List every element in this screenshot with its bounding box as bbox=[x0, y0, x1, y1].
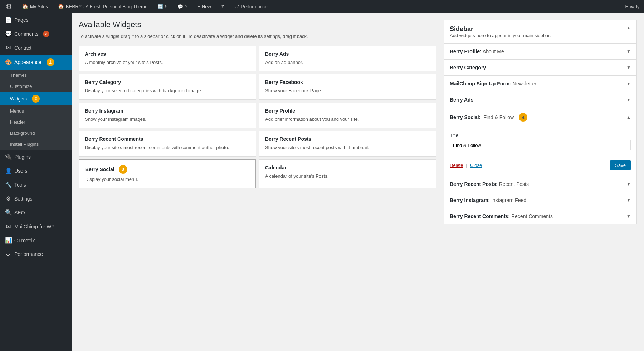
widget-name-berry-instagram: Berry Instagram bbox=[85, 108, 250, 114]
sidebar-item-gtmetrix[interactable]: 📊 GTmetrix bbox=[0, 233, 72, 247]
widget-card-berry-social[interactable]: Berry Social 3 Display your social menu. bbox=[79, 159, 256, 189]
sidebar-label-background: Background bbox=[10, 130, 35, 136]
pages-icon: 📄 bbox=[5, 16, 11, 23]
widget-card-archives[interactable]: Archives A monthly archive of your site'… bbox=[79, 46, 256, 71]
users-icon: 👤 bbox=[5, 167, 11, 174]
admin-bar: ⚙ 🏠 My Sites 🏠 BERRY - A Fresh Personal … bbox=[0, 0, 644, 13]
widget-expanded-body-berry-social: Title: bbox=[444, 127, 636, 160]
sidebar-item-mailchimp[interactable]: ✉ MailChimp for WP bbox=[0, 219, 72, 233]
sidebar-item-users[interactable]: 👤 Users bbox=[0, 164, 72, 178]
sidebar-item-settings[interactable]: ⚙ Settings bbox=[0, 192, 72, 206]
widget-row-berry-category[interactable]: Berry Category ▼ bbox=[444, 60, 637, 76]
sidebar-item-install-plugins[interactable]: Install Plugins bbox=[0, 139, 72, 150]
sidebar-item-themes[interactable]: Themes bbox=[0, 70, 72, 81]
widget-expanded-berry-social: Berry Social: Find & Follow 4 ▲ Title: D… bbox=[444, 108, 637, 176]
widget-desc-berry-instagram: Show your Instagram images. bbox=[85, 116, 250, 123]
widget-row-berry-recent-comments[interactable]: Berry Recent Comments: Recent Comments ▼ bbox=[444, 208, 637, 224]
sidebar-item-contact[interactable]: ✉ Contact bbox=[0, 41, 72, 55]
sidebar-item-tools[interactable]: 🔧 Tools bbox=[0, 178, 72, 192]
sidebar-item-appearance[interactable]: 🎨 Appearance 1 bbox=[0, 55, 72, 70]
widget-card-berry-recent-posts[interactable]: Berry Recent Posts Show your site's most… bbox=[259, 131, 436, 157]
wp-logo[interactable]: ⚙ bbox=[4, 0, 14, 13]
widget-row-berry-instagram[interactable]: Berry Instagram: Instagram Feed ▼ bbox=[444, 192, 637, 208]
main-content: Available Widgets To activate a widget d… bbox=[72, 13, 644, 351]
widget-name-berry-recent-comments: Berry Recent Comments bbox=[85, 136, 250, 142]
sidebar-item-customize[interactable]: Customize bbox=[0, 81, 72, 92]
sidebar-label-contact: Contact bbox=[14, 45, 31, 51]
widget-expanded-header-berry-social[interactable]: Berry Social: Find & Follow 4 ▲ bbox=[444, 108, 636, 127]
contact-icon: ✉ bbox=[5, 44, 11, 51]
sidebar-item-header[interactable]: Header bbox=[0, 117, 72, 128]
appearance-submenu: Themes Customize Widgets 2 Menus Header … bbox=[0, 70, 72, 150]
delete-link[interactable]: Delete bbox=[450, 163, 463, 168]
widget-row-berry-profile[interactable]: Berry Profile: About Me ▼ bbox=[444, 44, 637, 60]
sidebar-item-comments[interactable]: 💬 Comments 2 bbox=[0, 27, 72, 41]
widget-grid: Archives A monthly archive of your site'… bbox=[79, 46, 436, 189]
widget-name-berry-social: Berry Social 3 bbox=[85, 165, 250, 174]
sidebar-item-widgets[interactable]: Widgets 2 bbox=[0, 92, 72, 105]
widget-row-label-mailchimp: MailChimp Sign-Up Form: Newsletter bbox=[450, 81, 536, 86]
comments-count: 2 bbox=[185, 4, 187, 9]
new-content-button[interactable]: + New bbox=[196, 0, 213, 13]
sidebar-item-plugins[interactable]: 🔌 Plugins bbox=[0, 150, 72, 164]
sidebar-widgets-title: Sidebar bbox=[450, 25, 551, 33]
mailchimp-icon: ✉ bbox=[5, 223, 11, 230]
widget-row-label-berry-ads: Berry Ads bbox=[450, 97, 473, 103]
sidebar-label-header: Header bbox=[10, 119, 25, 125]
sidebar-chevron-up-icon: ▲ bbox=[626, 25, 631, 30]
sidebar-label-themes: Themes bbox=[10, 73, 27, 78]
sidebar-label-appearance: Appearance bbox=[14, 59, 42, 65]
comments-sidebar-icon: 💬 bbox=[5, 30, 11, 37]
admin-sidebar: 📄 Pages 💬 Comments 2 ✉ Contact 🎨 Appeara… bbox=[0, 13, 72, 351]
widget-desc-berry-profile: Add brief information about you and your… bbox=[265, 116, 430, 123]
widget-desc-berry-recent-posts: Show your site's most recent posts with … bbox=[265, 144, 430, 151]
comments-badge: 2 bbox=[43, 31, 49, 37]
save-button[interactable]: Save bbox=[610, 160, 631, 170]
widget-expanded-footer-berry-social: Delete | Close Save bbox=[444, 160, 636, 176]
sidebar-item-performance[interactable]: 🛡 Performance bbox=[0, 247, 72, 261]
widget-row-mailchimp[interactable]: MailChimp Sign-Up Form: Newsletter ▼ bbox=[444, 76, 637, 92]
widget-card-berry-category[interactable]: Berry Category Display your selected cat… bbox=[79, 74, 256, 100]
sidebar-item-background[interactable]: Background bbox=[0, 128, 72, 139]
widget-name-berry-recent-posts: Berry Recent Posts bbox=[265, 136, 430, 142]
widget-card-berry-ads[interactable]: Berry Ads Add an ad banner. bbox=[259, 46, 436, 71]
settings-icon: ⚙ bbox=[5, 195, 11, 202]
widget-row-label-berry-instagram: Berry Instagram: Instagram Feed bbox=[450, 197, 526, 203]
sidebar-widgets-description: Add widgets here to appear in your main … bbox=[450, 33, 551, 38]
sidebar-item-seo[interactable]: 🔍 SEO bbox=[0, 206, 72, 219]
updates-link[interactable]: 🔄 5 bbox=[155, 0, 170, 13]
berry-social-expanded-chevron-up-icon: ▲ bbox=[626, 115, 631, 120]
widget-row-label-berry-recent-posts: Berry Recent Posts: Recent Posts bbox=[450, 181, 529, 187]
mailchimp-chevron-down-icon: ▼ bbox=[626, 81, 631, 86]
close-link[interactable]: Close bbox=[470, 163, 482, 168]
widget-card-berry-facebook[interactable]: Berry Facebook Show your Facebook Page. bbox=[259, 74, 436, 100]
performance-bar-link[interactable]: 🛡 Performance bbox=[232, 0, 269, 13]
site-name-link[interactable]: 🏠 BERRY - A Fresh Personal Blog Theme bbox=[56, 0, 150, 13]
berry-social-step-badge: 3 bbox=[119, 165, 127, 174]
sidebar-label-widgets: Widgets bbox=[10, 96, 27, 102]
title-input[interactable] bbox=[450, 140, 631, 150]
widget-row-berry-ads[interactable]: Berry Ads ▼ bbox=[444, 92, 637, 108]
available-widgets-description: To activate a widget drag it to a sideba… bbox=[79, 33, 436, 40]
updates-icon: 🔄 bbox=[157, 4, 163, 9]
appearance-step-badge: 1 bbox=[47, 58, 54, 66]
widget-card-calendar[interactable]: Calendar A calendar of your site's Posts… bbox=[259, 159, 436, 189]
widget-card-berry-instagram[interactable]: Berry Instagram Show your Instagram imag… bbox=[79, 103, 256, 128]
performance-bar-label: Performance bbox=[241, 4, 267, 9]
sidebar-label-users: Users bbox=[14, 168, 28, 174]
sidebar-item-menus[interactable]: Menus bbox=[0, 105, 72, 117]
widget-card-berry-profile[interactable]: Berry Profile Add brief information abou… bbox=[259, 103, 436, 128]
berry-recent-comments-chevron-down-icon: ▼ bbox=[626, 214, 631, 219]
comments-icon: 💬 bbox=[177, 4, 183, 9]
sidebar-item-pages[interactable]: 📄 Pages bbox=[0, 13, 72, 27]
widget-row-berry-recent-posts[interactable]: Berry Recent Posts: Recent Posts ▼ bbox=[444, 176, 637, 192]
my-sites-link[interactable]: 🏠 My Sites bbox=[20, 0, 50, 13]
appearance-icon: 🎨 bbox=[5, 59, 11, 66]
shield-icon: 🛡 bbox=[234, 4, 239, 9]
yoast-link[interactable]: Y bbox=[219, 0, 226, 13]
berry-category-chevron-down-icon: ▼ bbox=[626, 65, 631, 70]
updates-count: 5 bbox=[165, 4, 167, 9]
sidebar-label-comments: Comments bbox=[14, 31, 39, 37]
widget-card-berry-recent-comments[interactable]: Berry Recent Comments Display your site'… bbox=[79, 131, 256, 157]
comments-link[interactable]: 💬 2 bbox=[175, 0, 190, 13]
